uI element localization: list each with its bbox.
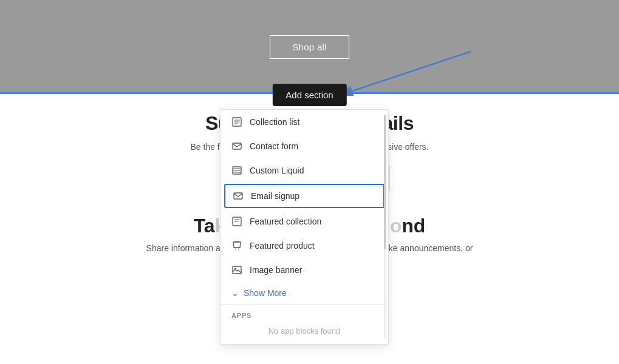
image-banner-label: Image banner <box>250 265 302 275</box>
dropdown-item-image-banner[interactable]: Image banner <box>221 258 388 282</box>
hero-section: Shop all <box>0 0 619 94</box>
svg-rect-3 <box>233 143 241 149</box>
featured-product-label: Featured product <box>250 241 315 251</box>
email-signup-icon <box>233 190 244 201</box>
dropdown-scrollbar-thumb[interactable] <box>384 115 386 249</box>
svg-point-13 <box>234 268 236 269</box>
dropdown-item-email-signup[interactable]: Email signup <box>224 184 385 208</box>
dropdown-item-collection-list[interactable]: Collection list <box>221 110 388 134</box>
featured-product-icon <box>231 240 242 251</box>
svg-rect-8 <box>234 193 242 199</box>
contact-form-icon <box>231 141 242 152</box>
custom-liquid-icon <box>231 165 242 176</box>
svg-rect-12 <box>233 266 241 274</box>
email-signup-label: Email signup <box>251 191 299 201</box>
no-apps-label: No app blocks found <box>221 322 388 344</box>
dropdown-item-featured-product[interactable]: Featured product <box>221 234 388 258</box>
show-more-label: Show More <box>244 288 287 298</box>
featured-collection-label: Featured collection <box>250 217 321 226</box>
image-banner-icon <box>231 265 242 275</box>
svg-point-11 <box>238 249 239 250</box>
dropdown-item-custom-liquid[interactable]: Custom Liquid <box>221 158 388 183</box>
add-section-dropdown: Collection list Contact form Custom Liqu… <box>220 109 389 345</box>
dropdown-scrollbar-track <box>384 115 386 339</box>
shop-all-button[interactable]: Shop all <box>270 35 349 59</box>
collection-list-icon <box>231 116 242 127</box>
contact-form-label: Contact form <box>250 141 298 151</box>
dropdown-item-featured-collection[interactable]: Featured collection <box>221 209 388 234</box>
add-section-button[interactable]: Add section <box>272 84 346 106</box>
custom-liquid-label: Custom Liquid <box>250 166 304 175</box>
svg-point-10 <box>235 249 236 250</box>
show-more-chevron-icon: ⌄ <box>231 288 239 298</box>
show-more-row[interactable]: ⌄ Show More <box>221 282 388 304</box>
featured-collection-icon <box>231 216 242 227</box>
collection-list-label: Collection list <box>250 117 299 127</box>
apps-section-header: APPS <box>221 304 388 322</box>
dropdown-item-contact-form[interactable]: Contact form <box>221 134 388 158</box>
